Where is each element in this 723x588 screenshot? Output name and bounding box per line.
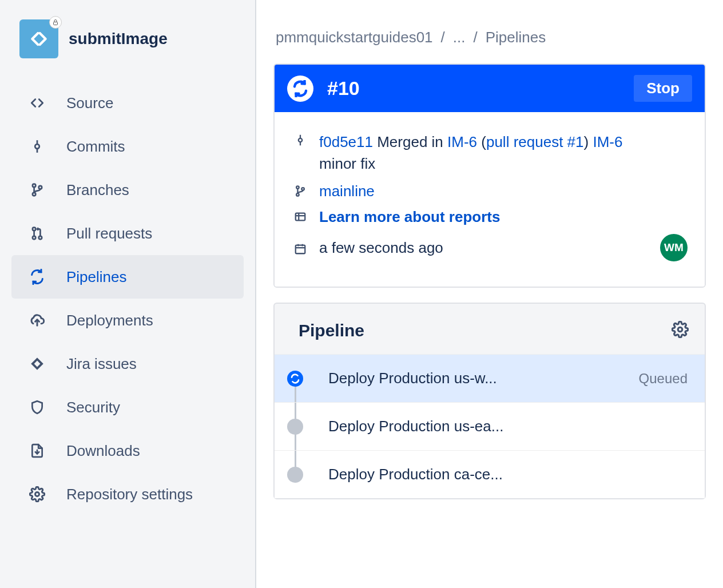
main-content: pmmquickstartguides01 / ... / Pipelines … [256, 0, 723, 588]
pipeline-run-number: #10 [327, 77, 360, 100]
sidebar-item-label: Security [66, 399, 120, 416]
reports-icon [292, 210, 309, 223]
commit-info-row: f0d5e11 Merged in IM-6 (pull request #1)… [292, 132, 688, 174]
svg-rect-22 [296, 245, 305, 254]
pipeline-step-label: Deploy Production us-w... [328, 370, 616, 387]
pipeline-run-header: #10 Stop [275, 65, 705, 112]
time-text: a few seconds ago [319, 239, 443, 257]
settings-gear-icon[interactable] [672, 321, 689, 340]
branch-icon [29, 182, 46, 197]
svg-point-12 [35, 492, 39, 496]
sidebar-item-branches[interactable]: Branches [11, 168, 244, 212]
pipeline-run-card: #10 Stop f0d5e11 Merged in IM-6 (pull re… [273, 63, 706, 288]
branch-link[interactable]: mainline [319, 182, 375, 200]
repo-title: submitImage [69, 30, 168, 48]
svg-point-8 [33, 236, 35, 239]
code-icon [29, 96, 46, 110]
svg-point-18 [301, 188, 304, 190]
cloud-upload-icon [29, 312, 46, 328]
svg-point-17 [296, 194, 299, 197]
pipeline-step-label: Deploy Production ca-ce... [328, 466, 688, 483]
issue-link[interactable]: IM-6 [593, 133, 622, 150]
sidebar-item-label: Branches [66, 181, 129, 199]
breadcrumb-ellipsis[interactable]: ... [453, 29, 466, 46]
pull-request-icon [29, 226, 46, 241]
svg-point-6 [39, 186, 42, 189]
svg-rect-19 [296, 213, 305, 221]
svg-rect-0 [54, 22, 58, 25]
reports-link[interactable]: Learn more about reports [319, 208, 500, 226]
shield-icon [29, 400, 46, 415]
gear-icon [29, 486, 46, 502]
breadcrumb-separator: / [473, 29, 477, 46]
svg-point-4 [33, 184, 35, 187]
pipeline-steps-title: Pipeline [299, 321, 364, 340]
sidebar-item-repository-settings[interactable]: Repository settings [11, 472, 244, 516]
avatar[interactable]: WM [660, 234, 688, 261]
sidebar-item-pull-requests[interactable]: Pull requests [11, 212, 244, 255]
running-spinner-icon [287, 76, 313, 102]
branch-icon [292, 185, 309, 197]
sidebar-item-jira-issues[interactable]: Jira issues [11, 342, 244, 386]
pipeline-steps-header: Pipeline [275, 317, 705, 354]
issue-link[interactable]: IM-6 [447, 133, 477, 150]
pipeline-steps-panel: Pipeline Deploy Production us-w... Queue… [273, 303, 706, 499]
pipelines-icon [29, 269, 46, 285]
running-icon [287, 371, 303, 387]
sidebar-item-commits[interactable]: Commits [11, 125, 244, 168]
sidebar-item-label: Pull requests [66, 225, 152, 243]
pending-icon [287, 419, 303, 435]
svg-point-16 [296, 186, 299, 189]
sidebar-item-security[interactable]: Security [11, 386, 244, 429]
svg-point-5 [33, 193, 35, 196]
commit-hash-link[interactable]: f0d5e11 [319, 133, 373, 150]
svg-point-1 [35, 144, 39, 149]
breadcrumb: pmmquickstartguides01 / ... / Pipelines [273, 29, 706, 46]
repo-icon [19, 19, 58, 58]
time-info-row: a few seconds ago WM [292, 234, 688, 261]
sidebar-nav: Source Commits Branches Pull requests Pi… [11, 81, 244, 516]
repo-header: submitImage [11, 19, 244, 81]
sidebar-item-label: Repository settings [66, 486, 193, 503]
sidebar-item-pipelines[interactable]: Pipelines [11, 255, 244, 299]
svg-point-7 [33, 228, 35, 231]
download-icon [29, 443, 46, 458]
jira-icon [29, 356, 46, 371]
svg-point-13 [299, 138, 302, 142]
sidebar: submitImage Source Commits Branches Pull… [0, 0, 256, 588]
sidebar-item-deployments[interactable]: Deployments [11, 299, 244, 342]
pipeline-steps-list: Deploy Production us-w... Queued Deploy … [275, 354, 705, 498]
breadcrumb-separator: / [441, 29, 445, 46]
pipeline-step-label: Deploy Production us-ea... [328, 418, 688, 435]
sidebar-item-label: Deployments [66, 312, 153, 329]
pipeline-run-body: f0d5e11 Merged in IM-6 (pull request #1)… [275, 112, 705, 287]
branch-info-row: mainline [292, 182, 688, 200]
stop-button[interactable]: Stop [634, 75, 692, 102]
pipeline-step[interactable]: Deploy Production us-ea... [275, 403, 705, 451]
pipeline-step[interactable]: Deploy Production us-w... Queued [275, 355, 705, 403]
calendar-icon [292, 243, 309, 255]
reports-info-row: Learn more about reports [292, 208, 688, 226]
commit-text: f0d5e11 Merged in IM-6 (pull request #1)… [319, 132, 622, 174]
breadcrumb-project[interactable]: pmmquickstartguides01 [276, 29, 433, 46]
sidebar-item-source[interactable]: Source [11, 81, 244, 125]
svg-point-9 [39, 236, 42, 239]
pending-icon [287, 467, 303, 483]
pipeline-step[interactable]: Deploy Production ca-ce... [275, 451, 705, 498]
pull-request-link[interactable]: pull request #1 [486, 133, 584, 150]
commit-icon [292, 134, 309, 146]
pipeline-step-status: Queued [639, 371, 688, 387]
sidebar-item-label: Downloads [66, 442, 140, 460]
breadcrumb-current[interactable]: Pipelines [486, 29, 546, 46]
svg-point-26 [678, 328, 682, 332]
lock-icon [49, 16, 62, 29]
sidebar-item-downloads[interactable]: Downloads [11, 429, 244, 472]
sidebar-item-label: Source [66, 94, 113, 112]
sidebar-item-label: Commits [66, 138, 125, 156]
sidebar-item-label: Pipelines [66, 268, 127, 286]
commit-icon [29, 139, 46, 154]
sidebar-item-label: Jira issues [66, 355, 137, 373]
